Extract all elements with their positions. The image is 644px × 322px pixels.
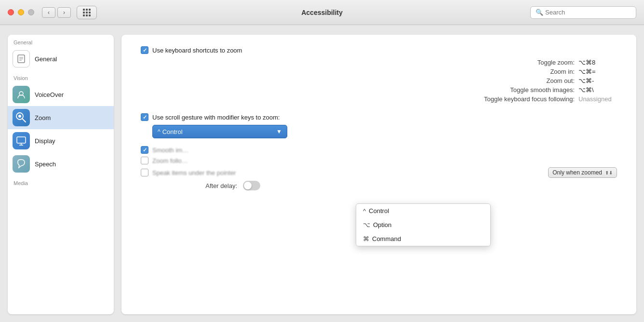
control-key-icon: ^ [363,207,366,215]
zoom-in-value: ⌥⌘= [578,68,617,75]
search-input[interactable] [545,9,631,16]
sidebar-item-display-label: Display [35,137,55,145]
scroll-gesture-label: Use scroll gesture with modifier keys to… [152,114,280,121]
toggle-keyboard-value: Unassigned [578,95,617,103]
keyboard-shortcuts-label: Use keyboard shortcuts to zoom [152,47,242,54]
content-panel: ✓ Use keyboard shortcuts to zoom Toggle … [121,35,636,314]
after-delay-toggle[interactable] [243,181,260,190]
sidebar-item-zoom-label: Zoom [35,114,51,121]
bottom-rows: ✓ Smooth im… Zoom follo… Speak items und… [141,146,617,190]
sidebar-item-speech-label: Speech [35,161,56,168]
keyboard-shortcuts-row: ✓ Use keyboard shortcuts to zoom [141,46,617,54]
zoom-icon [13,109,30,126]
toggle-keyboard-label: Toggle keyboard focus following: [469,95,575,103]
speak-items-row: Speak items under the pointer Only when … [141,167,617,178]
toggle-knob [244,182,252,189]
toggle-smooth-label: Toggle smooth images: [469,86,575,94]
after-delay-row: After delay: [141,181,617,190]
main-content: General General Vision VoiceOver Zoom Di… [0,25,644,322]
smooth-images-checkbox[interactable]: ✓ [141,146,148,154]
voiceover-icon [13,86,30,103]
zoom-follow-checkbox[interactable] [141,157,148,164]
dropdown-item-command-label: Command [372,235,401,242]
titlebar: ‹ › Accessibility 🔍 [0,0,644,25]
sidebar-item-zoom[interactable]: Zoom [8,106,114,129]
svg-point-6 [18,115,21,118]
sidebar: General General Vision VoiceOver Zoom Di… [8,35,114,314]
traffic-lights [8,9,34,15]
app-grid-button[interactable] [77,6,97,19]
speak-items-dropdown-container: Only when zoomed ⬆⬇ [548,167,617,178]
search-bar[interactable]: 🔍 [530,6,636,19]
sidebar-section-general: General [8,35,114,47]
sidebar-item-speech[interactable]: Speech [8,152,114,175]
speak-items-dropdown[interactable]: Only when zoomed ⬆⬇ [548,167,617,178]
zoom-in-row: Zoom in: ⌥⌘= [152,68,617,75]
command-key-icon: ⌘ [363,235,369,242]
svg-line-7 [22,119,26,122]
back-button[interactable]: ‹ [42,7,55,18]
window-title: Accessibility [301,9,343,16]
zoom-out-value: ⌥⌘- [578,77,617,84]
dropdown-item-option[interactable]: ⌥ Option [356,218,490,232]
sidebar-item-general-label: General [35,55,57,63]
maximize-button[interactable] [28,9,34,15]
zoom-follow-row: Zoom follo… [141,157,617,164]
modifier-key-dropdown[interactable]: ^ Control ▼ [152,125,287,138]
sidebar-section-vision: Vision [8,70,114,83]
search-icon: 🔍 [536,9,543,16]
dropdown-container: ^ Control ▼ [152,125,617,138]
minimize-button[interactable] [18,9,24,15]
speak-items-option: Only when zoomed [552,169,602,176]
dropdown-selected-text: Control [162,128,276,135]
sidebar-item-voiceover[interactable]: VoiceOver [8,83,114,106]
dropdown-item-control[interactable]: ^ Control [356,204,490,218]
scroll-gesture-row: ✓ Use scroll gesture with modifier keys … [141,113,617,121]
forward-button[interactable]: › [57,7,71,18]
toggle-smooth-value: ⌥⌘\ [578,86,617,94]
sidebar-item-general[interactable]: General [8,47,114,70]
smooth-images-label: Smooth im… [152,147,188,154]
toggle-zoom-value: ⌥⌘8 [578,59,617,66]
toggle-zoom-row: Toggle zoom: ⌥⌘8 [152,59,617,66]
dropdown-menu: ^ Control ⌥ Option ⌘ Command [356,203,491,246]
speak-items-label: Speak items under the pointer [152,169,236,176]
display-icon [13,132,30,149]
general-icon [13,50,30,67]
shortcut-grid: Toggle zoom: ⌥⌘8 Zoom in: ⌥⌘= Zoom out: … [152,59,617,103]
grid-dots-icon [83,9,91,16]
sidebar-section-media: Media [8,175,114,188]
zoom-follow-label: Zoom follo… [152,157,188,164]
dropdown-arrow-icon: ▼ [276,128,282,135]
zoom-out-row: Zoom out: ⌥⌘- [152,77,617,84]
nav-buttons: ‹ › [42,7,71,18]
close-button[interactable] [8,9,14,15]
scroll-gesture-checkbox[interactable]: ✓ [141,113,148,121]
dropdown-caret: ^ [158,128,161,135]
option-key-icon: ⌥ [363,221,370,228]
speech-icon [13,155,30,173]
speak-items-checkbox[interactable] [141,169,148,176]
stepper-arrows-icon: ⬆⬇ [605,170,613,175]
keyboard-shortcuts-checkbox[interactable]: ✓ [141,46,148,54]
sidebar-item-display[interactable]: Display [8,129,114,152]
zoom-out-label: Zoom out: [469,77,575,84]
toggle-smooth-row: Toggle smooth images: ⌥⌘\ [152,86,617,94]
dropdown-item-command[interactable]: ⌘ Command [356,232,490,246]
smooth-images-row: ✓ Smooth im… [141,146,617,154]
dropdown-item-control-label: Control [369,207,389,215]
toggle-zoom-label: Toggle zoom: [469,59,575,66]
svg-rect-8 [17,137,26,143]
section-divider [141,107,617,113]
toggle-keyboard-row: Toggle keyboard focus following: Unassig… [152,95,617,103]
zoom-in-label: Zoom in: [469,68,575,75]
dropdown-item-option-label: Option [373,221,391,228]
after-delay-label: After delay: [141,182,237,189]
sidebar-item-voiceover-label: VoiceOver [35,91,64,98]
